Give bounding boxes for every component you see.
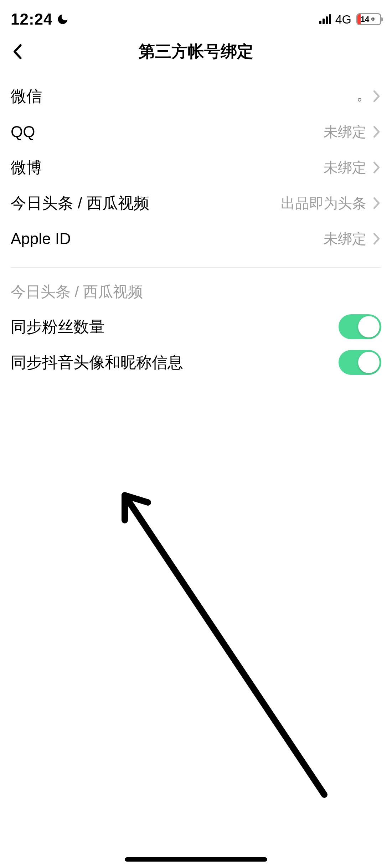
annotation-arrow [118,481,339,809]
toggle-sync-avatar[interactable] [339,350,381,375]
row-value: 出品即为头条 [281,193,366,213]
row-label: 同步粉丝数量 [11,316,105,337]
chevron-right-icon [371,125,381,139]
toggle-sync-followers[interactable] [339,314,381,339]
home-indicator [125,857,267,862]
row-value: 未绑定 [324,229,366,249]
signal-icon [319,14,331,24]
row-label: 微信 [11,86,42,107]
row-right: 出品即为头条 [281,193,381,213]
row-value: 未绑定 [324,122,366,142]
toggle-knob [358,316,380,337]
row-right: 未绑定 [324,229,381,249]
status-left: 12:24 [11,10,69,28]
page-title: 第三方帐号绑定 [139,41,253,63]
svg-line-0 [125,495,324,795]
row-right: 未绑定 [324,158,381,177]
status-right: 4G 14𐩑 [319,12,381,26]
row-label: 同步抖音头像和昵称信息 [11,352,183,373]
account-row-toutiao[interactable]: 今日头条 / 西瓜视频 出品即为头条 [0,185,392,221]
back-button[interactable] [7,41,29,62]
account-row-weibo[interactable]: 微博 未绑定 [0,150,392,185]
status-time: 12:24 [11,10,53,28]
toggle-row-sync-avatar: 同步抖音头像和昵称信息 [0,345,392,380]
account-row-apple[interactable]: Apple ID 未绑定 [0,221,392,257]
chevron-left-icon [11,43,24,60]
chevron-right-icon [371,196,381,210]
row-label: 微博 [11,157,42,178]
row-label: 今日头条 / 西瓜视频 [11,193,149,214]
account-row-wechat[interactable]: 微信 [0,78,392,114]
row-label: Apple ID [11,230,71,248]
chevron-right-icon [371,232,381,246]
chevron-right-icon [371,160,381,175]
toggle-knob [358,352,380,373]
status-bar: 12:24 4G 14𐩑 [0,0,392,32]
section-title: 今日头条 / 西瓜视频 [0,268,392,309]
dot-icon [358,98,361,102]
row-value: 未绑定 [324,158,366,177]
account-row-qq[interactable]: QQ 未绑定 [0,114,392,150]
row-right [358,89,381,103]
toggle-row-sync-followers: 同步粉丝数量 [0,309,392,345]
nav-bar: 第三方帐号绑定 [0,32,392,71]
do-not-disturb-icon [56,13,69,26]
row-right: 未绑定 [324,122,381,142]
row-label: QQ [11,123,35,141]
battery-icon: 14𐩑 [356,13,381,25]
network-type: 4G [335,12,351,26]
accounts-list: 微信 QQ 未绑定 微博 未绑定 今日头条 / 西瓜视频 出品即为头条 [0,71,392,380]
chevron-right-icon [371,89,381,103]
